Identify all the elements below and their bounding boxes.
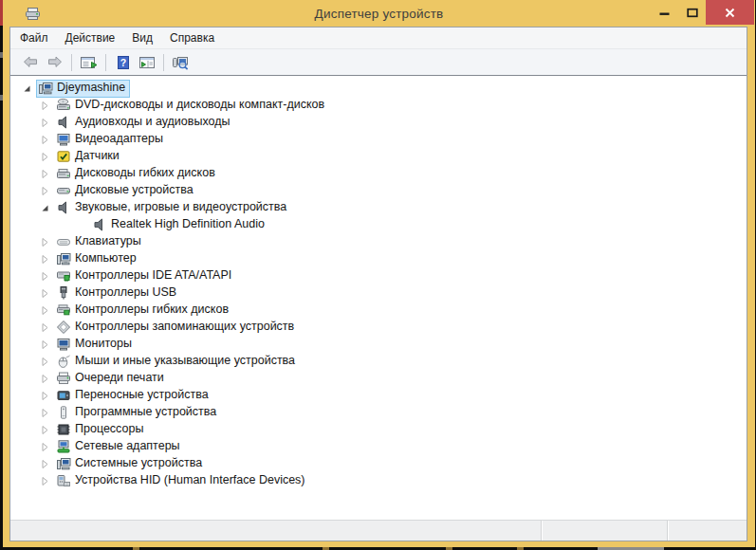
tree-node[interactable]: Сетевые адаптеры [54, 438, 185, 456]
tree-node[interactable]: Контроллеры USB [54, 284, 181, 302]
maximize-button[interactable] [678, 0, 706, 25]
tree-row[interactable]: DVD-дисководы и дисководы компакт-дисков [10, 97, 747, 114]
expander-collapsed-icon[interactable] [40, 442, 50, 452]
tree-row[interactable]: Дисководы гибких дисков [10, 165, 747, 182]
tree-node[interactable]: Процессоры [54, 421, 148, 439]
tree-node[interactable]: Контроллеры запоминающих устройств [54, 319, 299, 337]
tree-row[interactable]: Дисковые устройства [10, 182, 747, 199]
tree-node[interactable]: Устройства HID (Human Interface Devices) [54, 472, 310, 490]
tree-row[interactable]: Контроллеры USB [10, 284, 747, 302]
tree-item-label[interactable]: Контроллеры IDE ATA/ATAPI [75, 268, 235, 284]
menu-view[interactable]: Вид [123, 28, 161, 47]
tree-node[interactable]: Программные устройства [54, 404, 221, 422]
expander-collapsed-icon[interactable] [40, 459, 50, 469]
tree-item-label[interactable]: Устройства HID (Human Interface Devices) [75, 473, 309, 488]
tree-row[interactable]: Контроллеры IDE ATA/ATAPI [10, 267, 747, 284]
tree-item-label[interactable]: Процессоры [75, 422, 147, 437]
menu-file[interactable]: Файл [11, 28, 57, 47]
expander-collapsed-icon[interactable] [40, 305, 50, 316]
tree-row[interactable]: Переносные устройства [10, 387, 747, 404]
expander-collapsed-icon[interactable] [40, 237, 50, 248]
tree-node[interactable]: Контроллеры IDE ATA/ATAPI [54, 267, 236, 285]
tree-node[interactable]: Звуковые, игровые и видеоустройства [54, 199, 291, 217]
expander-expanded-icon[interactable] [22, 83, 32, 94]
tree-item-label[interactable]: Сетевые адаптеры [75, 439, 184, 454]
expander-collapsed-icon[interactable] [40, 357, 50, 367]
tree-node[interactable]: Очереди печати [54, 370, 169, 388]
show-action-pane-button[interactable] [135, 52, 158, 73]
tree-node[interactable]: Клавиатуры [54, 233, 146, 251]
tree-row[interactable]: Процессоры [10, 421, 747, 438]
tree-item-label[interactable]: Djeymashine [57, 81, 129, 96]
tree-row[interactable]: Аудиовходы и аудиовыходы [10, 114, 747, 131]
tree-row[interactable]: Realtek High Definition Audio [10, 216, 747, 233]
tree-node[interactable]: Контроллеры гибких дисков [54, 302, 233, 320]
expander-collapsed-icon[interactable] [40, 254, 50, 265]
tree-row[interactable]: Мониторы [10, 336, 747, 353]
tree-item-label[interactable]: Очереди печати [75, 371, 168, 386]
tree-row[interactable]: Компьютер [10, 250, 747, 267]
tree-item-label[interactable]: Контроллеры запоминающих устройств [75, 320, 298, 335]
expander-collapsed-icon[interactable] [40, 391, 50, 401]
tree-node[interactable]: Дисковые устройства [54, 182, 198, 200]
tree-item-label[interactable]: Системные устройства [75, 456, 206, 471]
tree-row[interactable]: Контроллеры запоминающих устройств [10, 319, 747, 336]
expander-collapsed-icon[interactable] [40, 408, 50, 418]
close-button[interactable] [706, 0, 754, 25]
tree-row[interactable]: Датчики [10, 148, 747, 165]
minimize-button[interactable] [651, 0, 678, 25]
tree-item-label[interactable]: Мониторы [75, 337, 136, 352]
tree-item-label[interactable]: Контроллеры USB [75, 285, 180, 301]
tree-item-label[interactable]: Датчики [75, 149, 123, 164]
tree-node[interactable]: DVD-дисководы и дисководы компакт-дисков [54, 97, 329, 115]
expander-collapsed-icon[interactable] [40, 374, 50, 384]
tree-item-label[interactable]: Realtek High Definition Audio [111, 217, 268, 232]
show-console-tree-button[interactable] [77, 52, 101, 73]
tree-row[interactable]: Системные устройства [10, 455, 747, 472]
expander-expanded-icon[interactable] [40, 203, 50, 213]
tree-node[interactable]: Realtek High Definition Audio [90, 216, 269, 234]
tree-item-label[interactable]: Переносные устройства [75, 388, 212, 403]
tree-item-label[interactable]: Мыши и иные указывающие устройства [75, 354, 299, 369]
tree-item-label[interactable]: DVD-дисководы и дисководы компакт-дисков [75, 98, 328, 113]
expander-collapsed-icon[interactable] [40, 101, 50, 111]
expander-collapsed-icon[interactable] [40, 322, 50, 333]
tree-item-label[interactable]: Аудиовходы и аудиовыходы [75, 115, 233, 130]
tree-node[interactable]: Аудиовходы и аудиовыходы [54, 114, 234, 132]
expander-collapsed-icon[interactable] [40, 288, 50, 299]
menu-help[interactable]: Справка [161, 28, 223, 47]
tree-row[interactable]: Сетевые адаптеры [10, 438, 747, 455]
tree-node-selected[interactable]: Djeymashine [36, 80, 130, 98]
back-button[interactable] [19, 52, 43, 73]
expander-collapsed-icon[interactable] [40, 135, 50, 145]
expander-collapsed-icon[interactable] [40, 118, 50, 128]
tree-item-label[interactable]: Видеоадаптеры [75, 132, 167, 147]
tree-row[interactable]: Контроллеры гибких дисков [10, 302, 747, 319]
tree-row[interactable]: Очереди печати [10, 370, 747, 387]
tree-item-label[interactable]: Дисководы гибких дисков [75, 166, 219, 181]
title-bar[interactable]: Диспетчер устройств [3, 0, 755, 27]
tree-row[interactable]: Djeymashine [10, 80, 747, 97]
tree-row[interactable]: Устройства HID (Human Interface Devices) [10, 472, 747, 489]
scan-hardware-changes-button[interactable] [169, 52, 193, 73]
tree-node[interactable]: Мониторы [54, 336, 137, 354]
tree-item-label[interactable]: Клавиатуры [75, 234, 145, 249]
tree-node[interactable]: Переносные устройства [54, 387, 213, 405]
tree-node[interactable]: Системные устройства [54, 455, 207, 473]
tree-row[interactable]: Звуковые, игровые и видеоустройства [10, 199, 747, 216]
expander-collapsed-icon[interactable] [40, 169, 50, 179]
expander-collapsed-icon[interactable] [40, 425, 50, 435]
tree-item-label[interactable]: Компьютер [75, 251, 140, 266]
tree-node[interactable]: Компьютер [54, 250, 141, 268]
tree-item-label[interactable]: Звуковые, игровые и видеоустройства [75, 200, 290, 215]
help-button[interactable]: ? [111, 52, 135, 73]
tree-node[interactable]: Мыши и иные указывающие устройства [54, 353, 300, 371]
expander-collapsed-icon[interactable] [40, 186, 50, 196]
tree-node[interactable]: Дисководы гибких дисков [54, 165, 220, 183]
forward-button[interactable] [43, 52, 66, 73]
tree-node[interactable]: Датчики [54, 148, 124, 166]
tree-node[interactable]: Видеоадаптеры [54, 131, 168, 149]
tree-item-label[interactable]: Программные устройства [75, 405, 220, 420]
tree-item-label[interactable]: Контроллеры гибких дисков [75, 302, 232, 318]
expander-collapsed-icon[interactable] [40, 271, 50, 282]
